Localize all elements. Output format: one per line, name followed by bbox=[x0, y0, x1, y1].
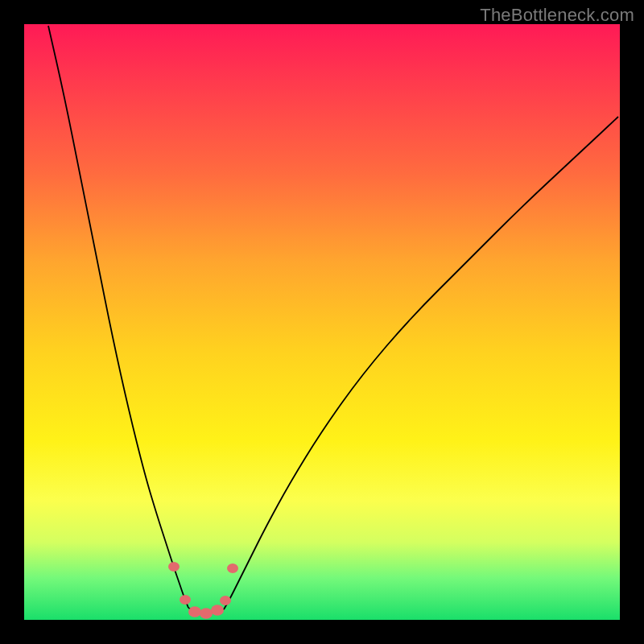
right-curve bbox=[224, 117, 618, 609]
curve-svg bbox=[24, 24, 620, 620]
trough-marker bbox=[220, 596, 231, 605]
trough-marker bbox=[227, 564, 238, 573]
chart-stage: TheBottleneck.com bbox=[0, 0, 644, 644]
trough-marker bbox=[168, 562, 180, 572]
trough-marker bbox=[200, 608, 213, 619]
trough-markers bbox=[168, 562, 238, 619]
trough-marker bbox=[211, 605, 224, 616]
trough-marker bbox=[188, 606, 201, 617]
trough-marker bbox=[180, 595, 191, 605]
left-curve bbox=[48, 26, 188, 608]
plot-area bbox=[24, 24, 620, 620]
watermark-text: TheBottleneck.com bbox=[480, 5, 634, 26]
